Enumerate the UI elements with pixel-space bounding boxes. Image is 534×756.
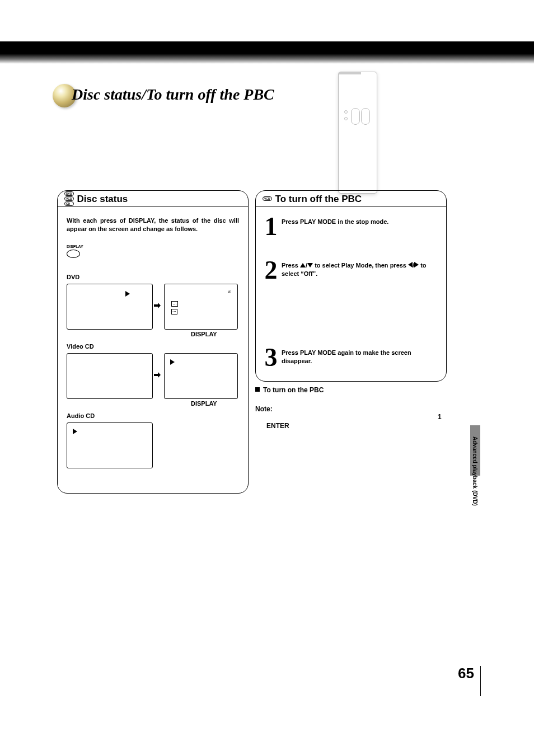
turn-on-pbc-heading: To turn on the PBC [255, 386, 324, 395]
down-arrow-icon [307, 263, 313, 267]
remote-led-1 [344, 110, 348, 114]
label-vcd: Video CD [67, 343, 94, 350]
step2-part2: to select Play Mode, then press [315, 262, 408, 269]
disc-type-lozenges-right: VCD [263, 196, 272, 201]
side-tab-label: Advanced playback (DVD) [471, 436, 478, 506]
display-button-icon: DISPLAY [67, 245, 81, 259]
disc-type-lozenges: DVD VCD CD [64, 191, 74, 206]
page-number: 65 [458, 666, 474, 680]
arrow-right-icon [154, 303, 161, 308]
label-dvd: DVD [67, 274, 79, 281]
screen-vcd-1 [67, 353, 153, 399]
panel-title-left: Disc status [77, 194, 128, 204]
panel-turn-off-pbc: VCD To turn off the PBC 1 Press PLAY MOD… [255, 190, 447, 382]
step-text-3: Press PLAY MODE again to make the screen… [282, 349, 438, 365]
panel-disc-status: DVD VCD CD Disc status With each press o… [57, 190, 249, 494]
up-arrow-icon [300, 263, 306, 267]
note-enter: ENTER [266, 422, 289, 430]
remote-button-1 [351, 108, 360, 125]
step-text-1: Press PLAY MODE in the stop mode. [282, 218, 438, 226]
screen-cd-1 [67, 422, 153, 468]
square-bullet-icon [255, 387, 260, 392]
display-caption-1: DISPLAY [191, 331, 217, 338]
note-trailing-1: 1 [438, 413, 442, 421]
label-cd: Audio CD [67, 412, 95, 420]
step-text-2: Press / to select Play Mode, then press … [282, 261, 438, 278]
page-number-rule [480, 666, 481, 696]
remote-led-2 [344, 117, 348, 120]
subtitle-icon: … [171, 301, 178, 307]
remote-button-2 [361, 108, 370, 125]
angle-suffix-icon: ⤮ [227, 290, 231, 294]
step-number-2: 2 [263, 259, 279, 281]
screen-dvd-1 [67, 284, 153, 330]
remote-illustration [338, 72, 377, 194]
display-button-oval [67, 250, 80, 258]
step2-part1: Press [282, 262, 300, 269]
remote-top-line [339, 72, 361, 74]
play-icon [170, 359, 175, 365]
panel-header-right: VCD To turn off the PBC [256, 191, 446, 206]
display-caption-2: DISPLAY [191, 400, 217, 407]
turn-on-pbc-text: To turn on the PBC [263, 386, 324, 394]
panel-title-right: To turn off the PBC [275, 194, 362, 204]
lozenge-vcd-right: VCD [263, 196, 272, 201]
play-icon [73, 429, 77, 434]
screen-vcd-2 [164, 353, 238, 399]
note-label: Note: [255, 405, 273, 414]
step-number-3: 3 [263, 346, 279, 369]
top-black-bar [0, 41, 534, 64]
page-title: Disc status/To turn off the PBC [72, 86, 274, 103]
audio-icon: ··· [171, 309, 177, 314]
display-button-label: DISPLAY [67, 245, 81, 249]
lozenge-vcd: VCD [64, 196, 74, 201]
right-arrow-icon [414, 262, 419, 267]
left-arrow-icon [408, 262, 413, 267]
step-number-1: 1 [263, 215, 279, 238]
play-icon [125, 291, 130, 297]
arrow-right-icon [154, 372, 161, 378]
lozenge-dvd: DVD [64, 191, 74, 196]
lozenge-cd: CD [64, 201, 74, 206]
disc-status-intro: With each press of DISPLAY, the status o… [67, 217, 239, 233]
screen-dvd-2: ⤮ … ··· [164, 284, 238, 330]
panel-header-left: DVD VCD CD Disc status [58, 191, 248, 206]
manual-page: Disc status/To turn off the PBC DVD VCD … [0, 0, 534, 756]
